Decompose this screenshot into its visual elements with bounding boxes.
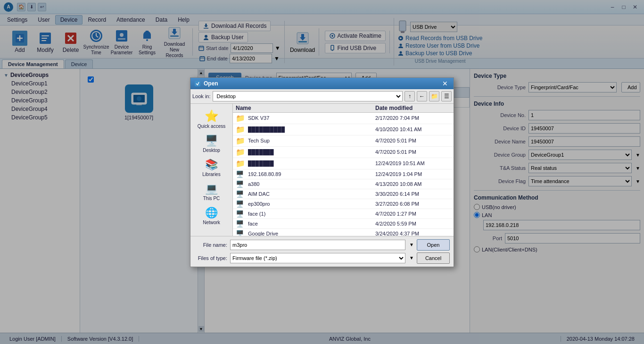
- file-date-1: 4/10/2020 10:41 AM: [375, 126, 451, 132]
- file-list-header: Name Date modified: [233, 104, 454, 113]
- file-name-2: Tech Sup: [248, 138, 375, 143]
- file-item-5[interactable]: 🖥️ 192.168.80.89 12/24/2019 1:04 PM: [233, 169, 454, 179]
- dialog-title: Open: [204, 80, 218, 87]
- file-name-3: ███████: [248, 149, 375, 155]
- nav-view-button[interactable]: ☰: [441, 91, 452, 101]
- file-date-0: 2/17/2020 7:04 PM: [375, 115, 451, 121]
- file-icon-4: 📁: [236, 159, 245, 168]
- file-dialog-bottom: File name: ▼ Open Files of type: Firmwar…: [190, 236, 454, 267]
- header-name: Name: [236, 105, 375, 111]
- file-item-7[interactable]: 🖥️ AIM DAC 3/30/2020 6:14 PM: [233, 189, 454, 199]
- file-date-5: 12/24/2019 1:04 PM: [375, 171, 451, 177]
- file-date-6: 4/13/2020 10:08 AM: [375, 181, 451, 187]
- this-pc-icon: 💻: [205, 183, 218, 195]
- desktop-icon: 🖥️: [205, 134, 218, 147]
- dialog-icon: [194, 80, 201, 87]
- nav-new-folder-button[interactable]: 📁: [429, 91, 439, 101]
- nav-desktop-label: Desktop: [203, 148, 220, 153]
- file-type-arrow: ▼: [409, 255, 414, 260]
- cancel-button[interactable]: Cancel: [417, 252, 450, 264]
- dialog-titlebar: Open ✕: [190, 78, 454, 89]
- file-list-panel: Name Date modified 📁 SDK V37 2/17/2020 7…: [233, 104, 454, 236]
- file-item-6[interactable]: 🖥️ a380 4/13/2020 10:08 AM: [233, 179, 454, 189]
- nav-libraries-label: Libraries: [202, 172, 220, 177]
- modal-overlay: Open ✕ Look in: Desktop ↑ ← 📁 ☰ ⭐ Quick …: [0, 0, 644, 344]
- file-date-9: 4/7/2020 1:27 PM: [375, 211, 451, 217]
- dialog-close-button[interactable]: ✕: [440, 80, 450, 87]
- file-nav-panel: ⭐ Quick access 🖥️ Desktop 📚 Libraries 💻 …: [190, 104, 233, 236]
- file-date-10: 4/2/2020 5:59 PM: [375, 221, 451, 227]
- file-icon-11: 🖥️: [236, 230, 245, 236]
- nav-back-button[interactable]: ←: [417, 91, 427, 101]
- look-in-label: Look in:: [192, 93, 211, 99]
- look-in-combo[interactable]: Desktop: [213, 91, 403, 101]
- file-date-3: 4/7/2020 5:01 PM: [375, 149, 451, 155]
- file-name-1: ██████████: [248, 126, 375, 132]
- file-item-11[interactable]: 🖥️ Google Drive 3/24/2020 4:37 PM: [233, 229, 454, 236]
- file-icon-9: 🖥️: [236, 210, 245, 218]
- network-icon: 🌐: [205, 207, 218, 219]
- file-name-0: SDK V37: [248, 115, 375, 121]
- nav-quick-access-label: Quick access: [198, 124, 225, 129]
- nav-desktop[interactable]: 🖥️ Desktop: [194, 133, 229, 155]
- file-icon-6: 🖥️: [236, 180, 245, 188]
- file-icon-7: 🖥️: [236, 190, 245, 198]
- nav-this-pc[interactable]: 💻 This PC: [194, 181, 229, 203]
- file-name-arrow: ▼: [409, 242, 414, 247]
- file-name-label: File name:: [194, 242, 227, 248]
- file-name-9: face (1): [248, 211, 375, 217]
- file-date-8: 3/27/2020 6:08 PM: [375, 201, 451, 207]
- file-name-10: face: [248, 221, 375, 227]
- file-name-input[interactable]: [230, 240, 405, 250]
- file-item-4[interactable]: 📁 ███████ 12/24/2019 10:51 AM: [233, 158, 454, 169]
- nav-up-button[interactable]: ↑: [405, 91, 415, 101]
- nav-libraries[interactable]: 📚 Libraries: [194, 157, 229, 179]
- svg-rect-49: [195, 81, 200, 86]
- libraries-icon: 📚: [205, 159, 218, 171]
- file-icon-5: 🖥️: [236, 170, 245, 178]
- file-item-9[interactable]: 🖥️ face (1) 4/7/2020 1:27 PM: [233, 209, 454, 219]
- file-icon-3: 📁: [236, 148, 245, 157]
- file-item-8[interactable]: 🖥️ ep300pro 3/27/2020 6:08 PM: [233, 199, 454, 209]
- file-item-2[interactable]: 📁 Tech Sup 4/7/2020 5:01 PM: [233, 135, 454, 147]
- file-icon-10: 🖥️: [236, 220, 245, 227]
- file-item-3[interactable]: 📁 ███████ 4/7/2020 5:01 PM: [233, 147, 454, 158]
- file-date-2: 4/7/2020 5:01 PM: [375, 138, 451, 143]
- file-name-6: a380: [248, 181, 375, 187]
- nav-quick-access[interactable]: ⭐ Quick access: [194, 108, 229, 131]
- file-icon-8: 🖥️: [236, 200, 245, 208]
- nav-network-label: Network: [203, 220, 220, 225]
- file-item-10[interactable]: 🖥️ face 4/2/2020 5:59 PM: [233, 219, 454, 229]
- file-open-dialog: Open ✕ Look in: Desktop ↑ ← 📁 ☰ ⭐ Quick …: [190, 77, 454, 267]
- file-name-5: 192.168.80.89: [248, 171, 375, 177]
- file-name-4: ███████: [248, 160, 375, 166]
- open-button[interactable]: Open: [417, 239, 450, 251]
- file-icon-0: 📁: [236, 114, 245, 123]
- file-list-items: 📁 SDK V37 2/17/2020 7:04 PM 📁 ██████████…: [233, 113, 454, 236]
- file-name-11: Google Drive: [248, 231, 375, 236]
- file-name-7: AIM DAC: [248, 191, 375, 197]
- file-date-11: 3/24/2020 4:37 PM: [375, 231, 451, 236]
- file-dialog-toolbar: Look in: Desktop ↑ ← 📁 ☰: [190, 89, 454, 104]
- nav-network[interactable]: 🌐 Network: [194, 205, 229, 227]
- file-icon-2: 📁: [236, 136, 245, 145]
- files-of-type-label: Files of type:: [194, 255, 227, 261]
- files-of-type-select[interactable]: Firmware file (*.zip): [230, 253, 405, 263]
- file-date-4: 12/24/2019 10:51 AM: [375, 160, 451, 166]
- file-icon-1: 📁: [236, 125, 245, 134]
- file-item-0[interactable]: 📁 SDK V37 2/17/2020 7:04 PM: [233, 113, 454, 124]
- header-date: Date modified: [375, 105, 451, 111]
- file-date-7: 3/30/2020 6:14 PM: [375, 191, 451, 197]
- file-name-row: File name: ▼ Open: [194, 239, 450, 251]
- files-of-type-row: Files of type: Firmware file (*.zip) ▼ C…: [194, 252, 450, 264]
- file-dialog-main: ⭐ Quick access 🖥️ Desktop 📚 Libraries 💻 …: [190, 104, 454, 236]
- file-item-1[interactable]: 📁 ██████████ 4/10/2020 10:41 AM: [233, 124, 454, 135]
- nav-this-pc-label: This PC: [203, 196, 220, 201]
- file-name-8: ep300pro: [248, 201, 375, 207]
- quick-access-icon: ⭐: [205, 109, 219, 123]
